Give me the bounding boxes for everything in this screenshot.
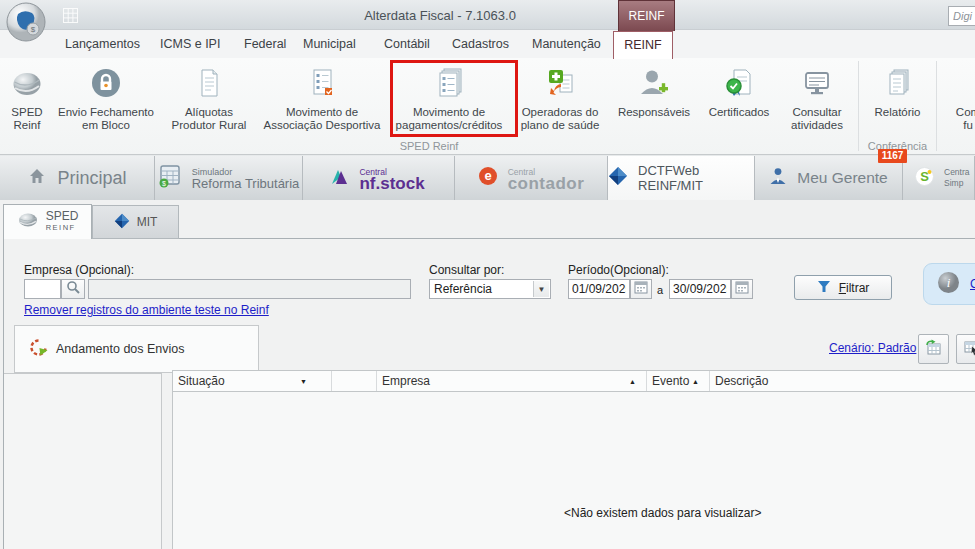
tab-label-small: Simp bbox=[944, 178, 963, 189]
ribbon-label: atividades bbox=[791, 119, 843, 131]
checklist-document-icon bbox=[306, 63, 338, 103]
consultar-por-select[interactable]: Referência ▼ bbox=[429, 279, 551, 299]
sphere-icon bbox=[17, 211, 39, 233]
subtab-mit[interactable]: MIT bbox=[92, 205, 179, 239]
ribbon-button-responsaveis[interactable]: Responsáveis bbox=[606, 61, 702, 141]
menu-icms-ipi[interactable]: ICMS e IPI bbox=[160, 37, 220, 51]
funnel-icon bbox=[817, 280, 831, 296]
svg-text:$: $ bbox=[162, 180, 166, 187]
date-to-calendar-button[interactable] bbox=[731, 279, 753, 299]
menu-manutencao[interactable]: Manutenção bbox=[532, 37, 601, 51]
column-header-evento[interactable]: Evento ▲ bbox=[647, 371, 710, 391]
info-link[interactable]: C bbox=[970, 277, 975, 291]
grid-layout-button[interactable] bbox=[918, 334, 949, 364]
tab-central-simples[interactable]: S Centra Simp bbox=[903, 156, 975, 200]
app-logo-icon[interactable]: $ bbox=[5, 1, 47, 43]
monitor-icon bbox=[801, 63, 833, 103]
ribbon-button-assoc-desportiva[interactable]: Movimento deAssociação Desportiva bbox=[260, 61, 384, 141]
menu-cadastros[interactable]: Cadastros bbox=[452, 37, 509, 51]
grid-icon[interactable] bbox=[62, 7, 79, 24]
date-to-input[interactable] bbox=[669, 279, 731, 299]
app-window: Alterdata Fiscal - 7.1063.0 $ REINF Lanç… bbox=[0, 0, 975, 549]
ribbon-button-overflow[interactable]: Comfu bbox=[937, 61, 975, 141]
sphere-icon bbox=[11, 63, 43, 103]
menubar: Lançamentos ICMS e IPI Federal Municipal… bbox=[0, 30, 975, 58]
ribbon-button-aliquotas[interactable]: AlíquotasProdutor Rural bbox=[158, 61, 260, 141]
column-label: Evento bbox=[652, 374, 689, 388]
info-icon[interactable]: i bbox=[937, 271, 960, 298]
table-cursor-icon bbox=[963, 339, 975, 360]
cenario-link[interactable]: Cenário: Padrão bbox=[829, 341, 916, 355]
table-refresh-icon bbox=[925, 339, 942, 360]
report-icon bbox=[882, 63, 914, 103]
ribbon-button-operadoras-saude[interactable]: Operadoras doplano de saúde bbox=[514, 61, 606, 141]
ribbon-button-sped-reinf[interactable]: SPEDReinf bbox=[0, 61, 54, 141]
subtab-label: REINF bbox=[46, 222, 79, 233]
ribbon-label: Produtor Rural bbox=[172, 119, 247, 131]
contador-logo-icon: e bbox=[478, 166, 498, 190]
date-from-input[interactable] bbox=[568, 279, 630, 299]
subtab-sped-reinf[interactable]: SPED REINF bbox=[3, 204, 92, 239]
ribbon-label: plano de saúde bbox=[521, 119, 600, 131]
window-title: Alterdata Fiscal - 7.1063.0 bbox=[340, 8, 540, 23]
date-from-calendar-button[interactable] bbox=[630, 279, 652, 299]
ribbon-label: Com bbox=[956, 106, 975, 118]
top-search-input[interactable] bbox=[948, 6, 975, 26]
content-panel: Empresa (Opcional): Consultar por: Refer… bbox=[3, 238, 975, 549]
empresa-name-input[interactable] bbox=[88, 279, 411, 299]
home-icon bbox=[27, 166, 47, 190]
lock-icon bbox=[90, 63, 122, 103]
ribbon-label: Relatório bbox=[874, 106, 920, 118]
menu-contabil[interactable]: Contábil bbox=[384, 37, 430, 51]
empresa-code-input[interactable] bbox=[24, 279, 61, 299]
refresh-arrows-icon bbox=[29, 338, 48, 361]
ribbon-group-sped-reinf: SPED Reinf bbox=[0, 140, 858, 152]
ribbon-button-envio-fechamento[interactable]: Envio Fechamentoem Bloco bbox=[54, 61, 158, 141]
column-header-empresa[interactable]: Empresa ▲ bbox=[377, 371, 647, 391]
menu-reinf-active[interactable]: REINF bbox=[613, 31, 673, 59]
search-icon bbox=[66, 280, 80, 298]
tab-nfstock[interactable]: Central nf.stock bbox=[303, 156, 455, 200]
ribbon-button-relatorio[interactable]: Relatório bbox=[859, 61, 936, 141]
menu-federal[interactable]: Federal bbox=[244, 37, 286, 51]
filtrar-button[interactable]: Filtrar bbox=[794, 275, 892, 300]
tab-label: DCTFWeb REINF/MIT bbox=[638, 163, 754, 193]
dctfweb-diamond-icon bbox=[608, 166, 628, 190]
tab-dctfweb-reinf-mit[interactable]: DCTFWeb REINF/MIT bbox=[608, 156, 755, 200]
chevron-down-icon[interactable]: ▼ bbox=[533, 281, 549, 297]
menu-municipal[interactable]: Municipal bbox=[303, 37, 356, 51]
main-tabbar: Principal $ Simulador Reforma Tributária… bbox=[0, 155, 975, 200]
tab-label: Principal bbox=[57, 168, 126, 189]
tab-contador[interactable]: e Central contador bbox=[455, 156, 608, 200]
ribbon-label: Alíquotas bbox=[185, 106, 233, 118]
tab-label: Reforma Tributária bbox=[192, 178, 300, 190]
tab-simulador-reforma[interactable]: $ Simulador Reforma Tributária bbox=[155, 156, 303, 200]
ribbon-label: Movimento de bbox=[413, 106, 485, 118]
titlebar: Alterdata Fiscal - 7.1063.0 bbox=[0, 0, 975, 30]
column-header-blank[interactable] bbox=[332, 371, 377, 391]
calculator-icon: $ bbox=[158, 164, 182, 192]
column-header-descricao[interactable]: Descrição bbox=[710, 371, 975, 391]
filtrar-label: Filtrar bbox=[839, 281, 870, 295]
periodo-label: Período(Opcional): bbox=[568, 263, 669, 277]
filter-dropdown-icon[interactable]: ▼ bbox=[300, 378, 307, 385]
andamento-envios-header[interactable]: Andamento dos Envios bbox=[14, 325, 259, 373]
ribbon-button-mov-pagamentos[interactable]: Movimento depagamentos/créditos bbox=[384, 61, 514, 141]
column-header-situacao[interactable]: Situação ▼ bbox=[173, 371, 332, 391]
tab-principal[interactable]: Principal bbox=[0, 156, 155, 200]
ribbon-button-consultar-atividades[interactable]: Consultaratividades bbox=[776, 61, 858, 141]
empresa-search-button[interactable] bbox=[61, 279, 85, 299]
grid-select-button[interactable] bbox=[956, 334, 975, 364]
remover-registros-link[interactable]: Remover registros do ambiente teste no R… bbox=[24, 303, 269, 317]
nfstock-logo-icon bbox=[332, 169, 349, 188]
empresa-label: Empresa (Opcional): bbox=[24, 263, 134, 277]
tab-label: contador bbox=[508, 178, 585, 190]
ribbon-button-certificados[interactable]: Certificados bbox=[702, 61, 776, 141]
ribbon-label: Certificados bbox=[709, 106, 770, 118]
menu-lancamentos[interactable]: Lançamentos bbox=[65, 37, 140, 51]
ribbon-label: SPED bbox=[11, 106, 42, 118]
filtrar-accel: F bbox=[839, 281, 846, 295]
date-separator-label: a bbox=[657, 284, 663, 296]
context-tab-reinf[interactable]: REINF bbox=[618, 0, 675, 31]
calendar-icon bbox=[634, 280, 648, 298]
